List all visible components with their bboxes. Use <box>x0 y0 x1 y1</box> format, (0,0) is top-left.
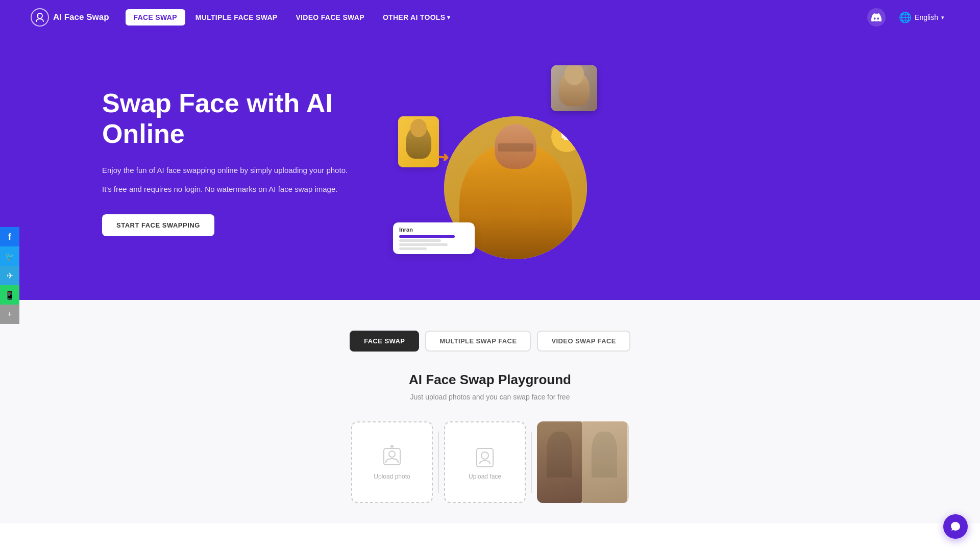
discord-button[interactable] <box>867 8 886 27</box>
tab-bar: FACE SWAP MULTIPLE SWAP FACE VIDEO SWAP … <box>102 331 878 352</box>
tab-face-swap[interactable]: FACE SWAP <box>350 331 419 352</box>
facebook-share-button[interactable]: f <box>0 227 19 246</box>
face-card-original <box>551 65 597 111</box>
hero-section: Swap Face with AI Online Enjoy the fun o… <box>0 35 980 300</box>
language-chevron-icon: ▾ <box>941 14 944 21</box>
facebook-icon: f <box>8 232 11 242</box>
twitter-icon: 🐦 <box>5 252 15 261</box>
brand-name: AI Face Swap <box>53 12 109 22</box>
playground-subtitle: Just upload photos and you can swap face… <box>102 393 878 401</box>
hero-content: Swap Face with AI Online Enjoy the fun o… <box>102 88 368 236</box>
preview-img-left <box>537 421 582 503</box>
face-card-source <box>398 116 439 167</box>
nav-face-swap[interactable]: FACE SWAP <box>126 9 185 26</box>
hero-desc2: It's free and requires no login. No wate… <box>102 183 368 196</box>
more-icon: + <box>7 310 12 319</box>
hero-desc1: Enjoy the fun of AI face swapping online… <box>102 164 368 177</box>
upload-divider <box>438 432 439 493</box>
language-label: English <box>915 13 938 21</box>
chevron-down-icon: ▾ <box>447 14 450 21</box>
nav-right: 🌐 English ▾ <box>867 8 949 27</box>
preview-duo <box>537 421 629 503</box>
face-upload-icon <box>473 444 497 469</box>
telegram-icon: ✈ <box>7 271 13 281</box>
upload-face-card[interactable]: Upload face <box>444 421 526 503</box>
nav-multiple-face-swap[interactable]: MULTIPLE FACE SWAP <box>187 9 286 26</box>
hero-illustration: ➜ ➜ Inran <box>388 55 602 269</box>
svg-point-3 <box>389 451 395 457</box>
tab-multiple-swap-face[interactable]: MULTIPLE SWAP FACE <box>425 331 531 352</box>
logo-icon <box>31 8 49 27</box>
preview-img-right <box>582 421 627 503</box>
telegram-share-button[interactable]: ✈ <box>0 266 19 285</box>
svg-point-1 <box>37 14 39 16</box>
upload-photo-label: Upload photo <box>374 473 410 480</box>
nav-other-ai-tools-label: OTHER AI TOOLS <box>383 13 445 21</box>
nav-links: FACE SWAP MULTIPLE FACE SWAP VIDEO FACE … <box>126 9 867 26</box>
svg-point-6 <box>481 452 488 459</box>
start-face-swapping-button[interactable]: START FACE SWAPPING <box>102 214 214 236</box>
navbar: AI Face Swap FACE SWAP MULTIPLE FACE SWA… <box>0 0 980 35</box>
upload-divider-2 <box>531 432 532 493</box>
hero-title: Swap Face with AI Online <box>102 88 368 149</box>
globe-icon: 🌐 <box>899 11 912 23</box>
upload-photo-card[interactable]: Upload photo <box>351 421 433 503</box>
upload-cards: Upload photo Upload face <box>102 421 878 503</box>
language-selector[interactable]: 🌐 English ▾ <box>894 8 949 27</box>
more-share-button[interactable]: + <box>0 305 19 324</box>
ui-overlay-card: Inran <box>393 222 475 254</box>
nav-other-ai-tools[interactable]: OTHER AI TOOLS ▾ <box>375 9 459 26</box>
ui-card-name: Inran <box>399 227 469 233</box>
svg-rect-5 <box>477 448 493 467</box>
brand-logo[interactable]: AI Face Swap <box>31 8 109 27</box>
tab-video-swap-face[interactable]: VIDEO SWAP FACE <box>537 331 630 352</box>
whatsapp-icon: 📱 <box>5 290 15 300</box>
lower-section: FACE SWAP MULTIPLE SWAP FACE VIDEO SWAP … <box>0 300 980 523</box>
twitter-share-button[interactable]: 🐦 <box>0 246 19 266</box>
whatsapp-share-button[interactable]: 📱 <box>0 285 19 305</box>
person-upload-icon <box>380 444 404 469</box>
playground-title: AI Face Swap Playground <box>102 372 878 388</box>
social-sidebar: f 🐦 ✈ 📱 + <box>0 227 19 324</box>
preview-result-card <box>537 421 629 503</box>
upload-face-label: Upload face <box>469 473 501 480</box>
nav-video-face-swap[interactable]: VIDEO FACE SWAP <box>287 9 372 26</box>
